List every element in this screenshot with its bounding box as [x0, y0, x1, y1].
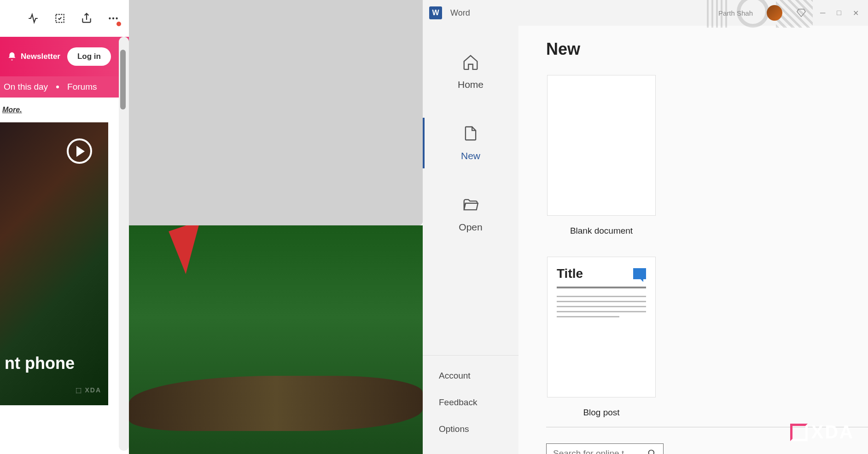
minimize-button[interactable]: ─	[820, 9, 825, 17]
more-link-container: More.	[0, 98, 129, 122]
svg-point-2	[112, 17, 114, 19]
window-controls: ─ □ ✕	[820, 9, 859, 17]
template-label: Blank document	[570, 226, 633, 236]
play-button-icon	[67, 138, 92, 164]
template-label: Blog post	[583, 408, 619, 418]
health-icon[interactable]	[27, 12, 40, 25]
xda-brand-text: XDA	[811, 422, 854, 443]
nav-link-onthisday[interactable]: On this day	[4, 82, 48, 92]
template-preview-blog: Title	[547, 257, 656, 397]
sidebar-label-home: Home	[458, 79, 484, 90]
sidebar-item-new[interactable]: New	[423, 111, 518, 182]
page-title: New	[546, 40, 840, 59]
comment-icon	[633, 268, 646, 279]
word-app-title: Word	[450, 8, 470, 18]
folder-open-icon	[462, 196, 479, 213]
scrollbar[interactable]	[119, 37, 129, 451]
search-icon	[647, 449, 657, 454]
word-content: New Blank document Title	[518, 26, 868, 454]
svg-point-4	[649, 450, 654, 454]
sidebar-label-open: Open	[459, 222, 482, 233]
browser-panel: Newsletter Log in On this day Forums Mor…	[0, 0, 129, 454]
search-input[interactable]	[553, 448, 641, 454]
video-thumbnail[interactable]: nt phone ⬚ XDA	[0, 122, 108, 405]
site-header: Newsletter Log in	[0, 37, 129, 76]
share-icon[interactable]	[80, 12, 93, 25]
sidebar-label-new: New	[461, 150, 480, 161]
template-preview-blank	[547, 75, 656, 216]
user-avatar[interactable]	[767, 5, 782, 21]
newsletter-label: Newsletter	[21, 52, 60, 61]
template-search[interactable]	[546, 443, 664, 454]
site-nav: On this day Forums	[0, 76, 129, 98]
diamond-icon[interactable]	[796, 8, 806, 18]
word-titlebar: W Word Parth Shah ─ □ ✕	[423, 0, 868, 26]
sidebar-item-options[interactable]: Options	[439, 416, 502, 443]
template-blank-document[interactable]: Blank document	[546, 75, 657, 236]
bell-icon	[7, 52, 17, 62]
sidebar-item-home[interactable]: Home	[423, 40, 518, 111]
user-name: Parth Shah	[718, 9, 753, 17]
sidebar-item-open[interactable]: Open	[423, 182, 518, 253]
xda-logo-icon	[790, 424, 808, 441]
snap-panel	[129, 0, 423, 225]
sidebar-item-feedback[interactable]: Feedback	[439, 389, 502, 416]
screenshot-icon[interactable]	[53, 12, 66, 25]
sidebar-item-account[interactable]: Account	[439, 362, 502, 389]
template-blog-post[interactable]: Title Blog post	[546, 257, 657, 418]
svg-point-3	[116, 17, 117, 19]
video-watermark: ⬚ XDA	[76, 386, 101, 394]
nav-separator	[56, 86, 59, 88]
blog-preview-title: Title	[557, 266, 583, 281]
scrollbar-thumb[interactable]	[120, 50, 126, 109]
video-title: nt phone	[0, 349, 79, 378]
xda-brand-watermark: XDA	[790, 422, 854, 443]
wallpaper-image	[129, 225, 423, 454]
sidebar-bottom: Account Feedback Options	[423, 355, 518, 449]
desktop-background	[129, 0, 423, 454]
more-link[interactable]: More.	[2, 106, 22, 114]
newsletter-button[interactable]: Newsletter	[7, 52, 60, 62]
word-sidebar: Home New Open Account Feedback Options	[423, 26, 518, 454]
nav-link-forums[interactable]: Forums	[67, 82, 97, 92]
template-gallery: Blank document Title	[546, 75, 840, 418]
more-icon[interactable]	[107, 12, 120, 25]
close-button[interactable]: ✕	[853, 9, 859, 17]
word-app: W Word Parth Shah ─ □ ✕ Home	[423, 0, 868, 454]
word-app-icon: W	[429, 6, 442, 19]
browser-toolbar	[0, 0, 129, 37]
maximize-button[interactable]: □	[837, 9, 841, 17]
svg-point-1	[109, 17, 111, 19]
document-icon	[462, 125, 479, 142]
home-icon	[462, 53, 479, 71]
login-button[interactable]: Log in	[67, 47, 111, 66]
